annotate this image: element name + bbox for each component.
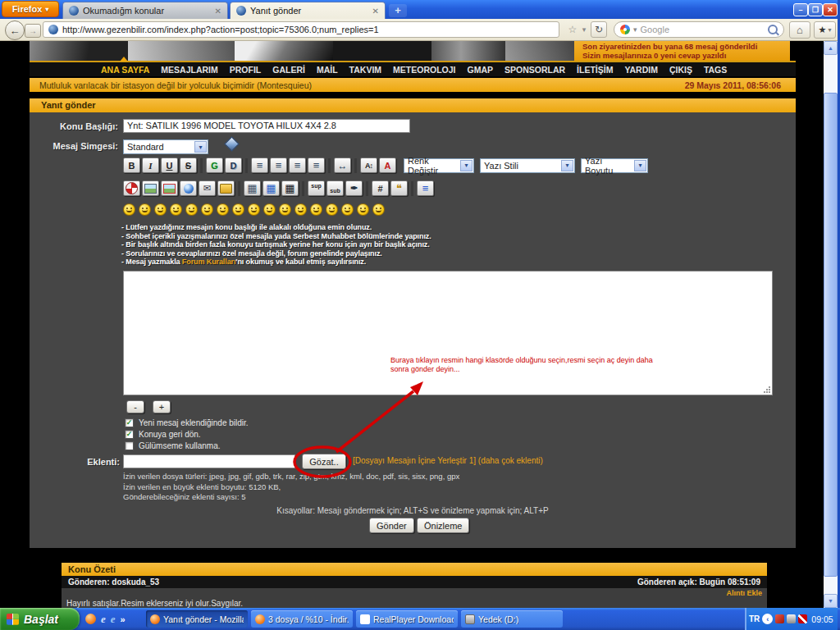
smiley-icon[interactable] — [123, 203, 135, 216]
bold-button[interactable]: B — [123, 158, 140, 173]
tab-close-icon[interactable]: ✕ — [372, 7, 379, 16]
font-style-select[interactable]: Yazı Stili ▾ — [480, 158, 575, 173]
preview-button[interactable]: Önizleme — [417, 518, 469, 533]
search-icon[interactable] — [768, 25, 778, 34]
tray-icon-1[interactable] — [775, 614, 784, 623]
smiley-icon[interactable] — [310, 203, 322, 216]
align-center-button[interactable]: ≡ — [270, 158, 287, 173]
forum-rules-link[interactable]: Forum Kuralları — [182, 258, 236, 266]
toolbar-separator[interactable] — [366, 181, 368, 196]
scroll-down-icon[interactable]: ▼ — [824, 594, 838, 608]
nav-item-mesajlarim[interactable]: MESAJLARIM — [155, 65, 223, 75]
resize-image-icon[interactable] — [161, 180, 178, 196]
smiley-icon[interactable] — [294, 203, 307, 216]
quick-launch-firefox-icon[interactable] — [85, 614, 96, 624]
nav-item-tags[interactable]: TAGS — [698, 65, 733, 75]
restore-button[interactable]: ❐ — [808, 3, 823, 16]
toolbar-separator[interactable] — [328, 158, 331, 173]
quick-launch-browser-icon[interactable]: e — [111, 613, 116, 626]
insert-attachment-link[interactable]: [Dosyayı Mesajın İçine Yerleştir 1] (dah… — [353, 456, 543, 465]
scroll-up-icon[interactable]: ▲ — [824, 41, 838, 55]
bookmarks-button[interactable]: ★ ▾ — [814, 21, 836, 39]
toolbar-separator[interactable] — [302, 181, 304, 196]
strikethrough-button[interactable]: S — [180, 158, 197, 173]
nav-item-yardim[interactable]: YARDIM — [619, 65, 663, 75]
close-button[interactable]: ✕ — [823, 3, 838, 16]
toolbar-separator[interactable] — [411, 181, 413, 196]
task-yedek-drive[interactable]: Yedek (D:) — [461, 610, 563, 628]
flash-icon[interactable] — [123, 180, 140, 196]
grow-textarea-button[interactable]: + — [153, 400, 171, 413]
checkbox[interactable]: ✓ — [125, 430, 134, 439]
browse-button[interactable]: Gözat.. — [302, 454, 346, 469]
table-header-icon[interactable]: ▦ — [262, 180, 280, 196]
nav-item-meteoroloji[interactable]: METEOROLOJI — [387, 65, 461, 75]
bookmark-star-icon[interactable]: ☆ — [564, 21, 581, 38]
align-right-button[interactable]: ≡ — [289, 158, 306, 173]
smiley-icon[interactable] — [279, 203, 291, 216]
minimize-button[interactable]: – — [793, 3, 808, 16]
smiley-icon[interactable] — [372, 203, 385, 216]
glow-button[interactable]: G — [206, 158, 223, 173]
align-left-button[interactable]: ≡ — [251, 158, 268, 173]
superscript-icon[interactable]: sup — [308, 180, 325, 196]
insert-quote-link[interactable]: Alıntı Ekle — [66, 589, 762, 597]
smiley-icon[interactable] — [341, 203, 354, 216]
nav-item-profil[interactable]: PROFIL — [224, 65, 267, 75]
resize-grip-icon[interactable] — [763, 386, 770, 393]
chevron-more-icon[interactable]: » — [121, 614, 126, 624]
nav-item-iletisim[interactable]: İLETİŞİM — [571, 65, 619, 75]
nav-item-galeri[interactable]: GALERİ — [267, 65, 311, 75]
ftp-icon[interactable] — [217, 180, 235, 196]
attachment-input[interactable] — [123, 454, 295, 468]
smiley-icon[interactable] — [232, 203, 244, 216]
browser-tab-inactive[interactable]: Okumadığm konular ✕ — [62, 2, 228, 19]
font-size-select[interactable]: Yazı Boyutu ▾ — [581, 158, 648, 173]
tray-chevron-icon[interactable]: ‹ — [762, 614, 773, 624]
smiley-icon[interactable] — [154, 203, 167, 216]
list-icon[interactable]: ≡ — [417, 180, 434, 196]
quote-icon[interactable]: ❝ — [390, 180, 408, 196]
forward-button[interactable]: → — [25, 24, 41, 38]
smiley-icon[interactable] — [139, 203, 151, 216]
search-input[interactable]: ▾ Google — [614, 21, 784, 38]
align-justify-button[interactable]: ≡ — [308, 158, 325, 173]
task-firefox[interactable]: Yanıt gönder - Mozilla... — [146, 610, 248, 628]
home-button[interactable]: ⌂ — [789, 21, 810, 39]
italic-button[interactable]: I — [142, 158, 159, 173]
color-select[interactable]: Renk Değiştir ▾ — [404, 158, 474, 173]
smiley-icon[interactable] — [185, 203, 198, 216]
table-icon[interactable]: ▦ — [244, 180, 261, 196]
toolbar-separator[interactable] — [238, 181, 240, 196]
code-icon[interactable]: # — [372, 180, 389, 196]
nav-item-takvim[interactable]: TAKVIM — [344, 65, 387, 75]
toolbar-separator[interactable] — [354, 158, 357, 173]
back-button[interactable]: ← — [5, 21, 25, 40]
checkbox[interactable]: ✓ — [125, 418, 134, 427]
shadow-button[interactable]: D — [225, 158, 242, 173]
tray-icon-3[interactable] — [798, 614, 807, 623]
smiley-icon[interactable] — [170, 203, 182, 216]
start-button[interactable]: Başlat — [0, 608, 80, 630]
vertical-scrollbar[interactable]: ▲ ▼ — [824, 41, 838, 608]
tab-close-icon[interactable]: ✕ — [215, 7, 221, 16]
font-size-button[interactable]: A↕ — [360, 158, 377, 173]
submit-button[interactable]: Gönder — [369, 518, 414, 533]
language-indicator[interactable]: TR — [749, 614, 760, 623]
smiley-icon[interactable] — [217, 203, 229, 216]
message-icon-select[interactable]: Standard ▾ — [123, 139, 208, 154]
toolbar-separator[interactable] — [245, 158, 248, 173]
nav-item-sponsorlar[interactable]: SPONSORLAR — [499, 65, 571, 75]
reload-button[interactable]: ↻ — [591, 21, 607, 38]
scrollbar-thumb[interactable] — [824, 93, 838, 577]
nav-item-ana-sayfa[interactable]: ANA SAYFA — [95, 65, 155, 75]
chevron-down-icon[interactable]: ▾ — [579, 21, 589, 38]
checkbox[interactable]: ✓ — [125, 441, 134, 450]
toolbar-separator[interactable] — [200, 158, 203, 173]
firefox-menu-button[interactable]: Firefox ▾ — [2, 1, 59, 17]
task-downloads[interactable]: 3 dosya / %10 - İndir... — [251, 610, 353, 628]
smiley-icon[interactable] — [201, 203, 213, 216]
font-color-button[interactable]: A — [379, 158, 396, 173]
nav-item-cikis[interactable]: ÇIKIŞ — [664, 65, 698, 75]
browser-tab-active[interactable]: Yanıt gönder ✕ — [230, 2, 386, 19]
